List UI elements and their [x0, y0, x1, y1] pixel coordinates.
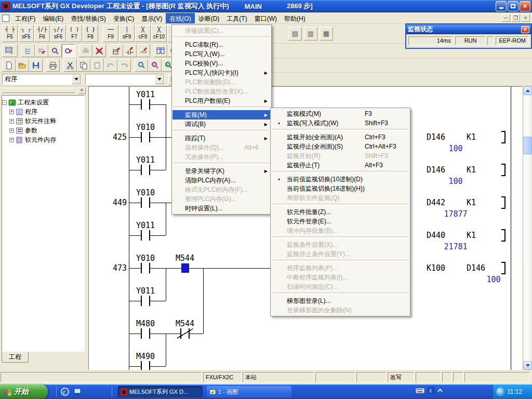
- menu-item[interactable]: 整理PLC内存(G)...: [172, 194, 271, 204]
- menu-item[interactable]: 监视开始(全画面)(A) Ctrl+F3: [271, 132, 409, 142]
- menu-item[interactable]: [174, 36, 270, 38]
- hide-icons-chevron-icon[interactable]: [437, 388, 443, 393]
- menubar-item[interactable]: 工程(F): [11, 13, 39, 23]
- monitor-write-mode-button[interactable]: [62, 44, 75, 57]
- menu-item[interactable]: [272, 236, 408, 238]
- menu-item[interactable]: 远程操作(Q)... Alt+6: [172, 143, 271, 152]
- status-tray-icon[interactable]: 2: [428, 387, 434, 394]
- menu-item[interactable]: 当前值监视切换(16进制)(H)): [271, 184, 409, 193]
- child-minimize-button[interactable]: ─: [501, 14, 510, 22]
- ladder-logic-test-button[interactable]: [2, 44, 18, 57]
- collapse-tray-icon[interactable]: ‹: [496, 388, 505, 396]
- open-project-button[interactable]: [16, 59, 29, 72]
- menu-item[interactable]: [272, 171, 408, 173]
- menu-item[interactable]: 清除PLC内存(A)...: [172, 176, 271, 185]
- minimize-button[interactable]: [496, 1, 507, 11]
- device-entry-combo[interactable]: [85, 74, 164, 85]
- menubar-item[interactable]: 帮助(H): [281, 13, 309, 23]
- menu-item[interactable]: 梯形图登录(L)...: [271, 296, 409, 305]
- ladder-symbol-button[interactable]: ┐/┌ sF6: [50, 25, 66, 42]
- vertical-scrollbar[interactable]: [523, 86, 531, 370]
- panel-grip[interactable]: [2, 88, 75, 93]
- scroll-up-button[interactable]: [523, 86, 532, 95]
- stop-monitor-button[interactable]: [92, 44, 106, 57]
- menu-item[interactable]: 局部软元件监视(Q): [271, 193, 409, 203]
- menu-item[interactable]: 冗余操作(P)...: [172, 152, 271, 162]
- ladder-symbol-button[interactable]: ┤ ├ F5: [2, 25, 18, 42]
- print-button[interactable]: [46, 59, 60, 72]
- menu-item[interactable]: 监视开始(R) Shift+F3: [271, 151, 409, 161]
- tree-item-device-comment[interactable]: + 软元件注释: [2, 116, 84, 126]
- child-close-button[interactable]: ×: [521, 14, 530, 22]
- tree-item-device-memory[interactable]: + 软元件内存: [2, 135, 84, 144]
- ladder-symbol-button[interactable]: ── F9: [103, 25, 118, 42]
- restore-button[interactable]: [508, 1, 518, 11]
- monitor-mode-button[interactable]: [48, 44, 62, 57]
- panel-close-button[interactable]: ×: [78, 87, 86, 94]
- monitor-close-icon[interactable]: ×: [521, 26, 529, 33]
- menubar-item[interactable]: 诊断(D): [195, 13, 223, 23]
- monitor-status-titlebar[interactable]: 监视状态 ×: [406, 24, 531, 34]
- menu-item[interactable]: 监视停止(全画面)(S) Ctrl+Alt+F3: [271, 142, 409, 151]
- start-button[interactable]: 开始: [0, 384, 48, 399]
- undo-button[interactable]: [104, 59, 117, 72]
- edit-data-list-button[interactable]: [35, 44, 48, 57]
- expand-icon[interactable]: +: [9, 119, 14, 124]
- find-device-button[interactable]: [148, 59, 162, 72]
- menu-item[interactable]: 登录关键字(K) ▶: [172, 166, 271, 176]
- menubar-item[interactable]: 窗口(W): [251, 13, 281, 23]
- program-select-combo[interactable]: 程序: [2, 74, 81, 85]
- redo-button[interactable]: [117, 59, 131, 72]
- save-project-button[interactable]: [29, 59, 43, 72]
- menu-item[interactable]: 登录梯形图的全删除(N): [271, 305, 409, 315]
- menu-item[interactable]: • 当前值监视切换(10进制)(D): [271, 175, 409, 184]
- menu-item[interactable]: 监视(M) ▶: [172, 110, 271, 119]
- tile-windows-button[interactable]: [154, 44, 167, 57]
- menu-item[interactable]: PLC读取(R)...: [172, 40, 271, 49]
- menu-item[interactable]: 扫描时间测定(C)...: [271, 282, 409, 291]
- expand-icon[interactable]: +: [9, 138, 14, 142]
- ladder-symbol-button[interactable]: ( ) F7: [66, 25, 82, 42]
- menu-item[interactable]: 监视模式(M) F3: [271, 109, 409, 118]
- line-edit-tool-button[interactable]: ▥: [304, 27, 317, 41]
- menu-item[interactable]: 中断程序监视列表(I)...: [271, 273, 409, 282]
- menu-item[interactable]: 监视停止(T) Alt+F3: [271, 161, 409, 170]
- menu-item[interactable]: PLC写入(快闪卡)(I) ▶: [172, 68, 271, 77]
- project-tab[interactable]: 工程: [2, 352, 29, 363]
- scroll-down-button[interactable]: [523, 361, 532, 370]
- menu-item[interactable]: [174, 130, 270, 132]
- project-data-list-button[interactable]: [21, 44, 35, 57]
- menu-item[interactable]: PLC写入(W)...: [172, 49, 271, 59]
- device-test-button[interactable]: -<>: [137, 44, 150, 57]
- copy-button[interactable]: [77, 59, 90, 72]
- new-project-button[interactable]: [2, 59, 16, 72]
- menu-item[interactable]: [272, 292, 408, 295]
- ladder-symbol-button[interactable]: │ sF9: [119, 25, 135, 42]
- device-batch-monitor-button[interactable]: [110, 44, 123, 57]
- menu-item[interactable]: 格式化PLC的内存(F)...: [172, 185, 271, 194]
- tree-root[interactable]: - 工程未设置: [2, 98, 84, 107]
- menubar-item[interactable]: 查找/替换(S): [67, 13, 109, 23]
- cut-button[interactable]: [63, 59, 77, 72]
- tree-item-program[interactable]: + 程序: [2, 107, 84, 116]
- find-button[interactable]: [135, 59, 148, 72]
- menu-item[interactable]: PLC数据属性改变(X)...: [172, 87, 271, 96]
- task-gx-developer[interactable]: MELSOFT系列 GX D...: [118, 386, 203, 397]
- quicklaunch-ie-icon[interactable]: e: [60, 387, 70, 397]
- expand-icon[interactable]: +: [9, 128, 14, 133]
- close-button[interactable]: ×: [520, 1, 530, 11]
- entry-data-monitor-button[interactable]: [123, 44, 137, 57]
- menu-item[interactable]: [272, 204, 408, 206]
- menubar-item[interactable]: 编辑(E): [39, 13, 67, 23]
- keyboard-tray-icon[interactable]: [416, 388, 424, 394]
- combo-dropdown-icon[interactable]: [72, 74, 81, 84]
- ladder-symbol-button[interactable]: { } F8: [83, 25, 98, 42]
- menu-item[interactable]: PLC数据删除(D)...: [172, 77, 271, 87]
- child-restore-button[interactable]: ❒: [511, 14, 520, 22]
- expand-icon[interactable]: +: [9, 110, 14, 114]
- ladder-symbol-button[interactable]: ╳ cF10: [151, 25, 167, 42]
- menu-item[interactable]: 时钟设置(L)...: [172, 204, 271, 213]
- menu-item[interactable]: [174, 163, 270, 165]
- menu-item[interactable]: 软元件批量(Z)...: [271, 207, 409, 217]
- ladder-symbol-button[interactable]: ┤/├ F6: [34, 25, 50, 42]
